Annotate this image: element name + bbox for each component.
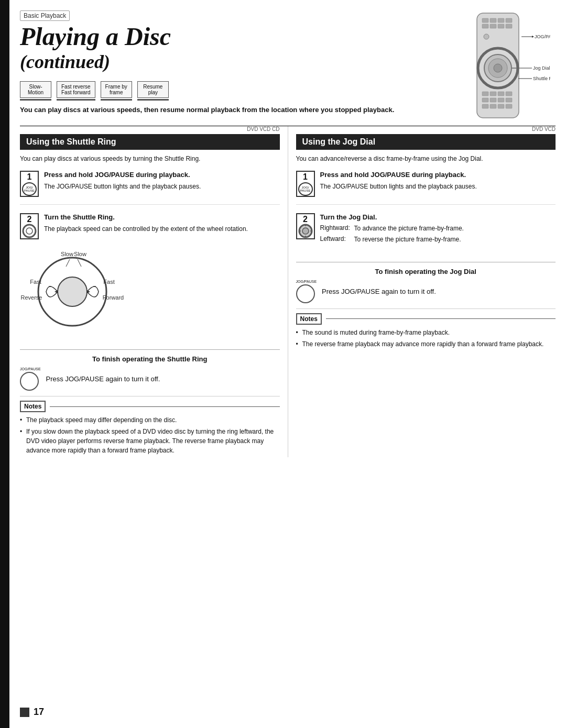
svg-rect-23 bbox=[498, 92, 504, 96]
svg-rect-3 bbox=[498, 18, 504, 23]
intro-text: You can play discs at various speeds, th… bbox=[20, 106, 435, 114]
shuttle-step1-text: The JOG/PAUSE button lights and the play… bbox=[44, 182, 280, 191]
svg-text:Fast: Fast bbox=[103, 279, 114, 285]
jog-dial-section: DVD VCD Using the Jog Dial You can advan… bbox=[288, 126, 556, 457]
shuttle-diagram-svg: Slow Slow Fast Fast Reverse Forward bbox=[20, 245, 125, 334]
main-content: Basic Playback Playing a Disc (continued… bbox=[9, 0, 566, 728]
svg-rect-24 bbox=[506, 92, 512, 96]
svg-text:Jog Dial: Jog Dial bbox=[533, 65, 550, 71]
svg-marker-38 bbox=[55, 290, 58, 293]
jog-step1-content: Press and hold JOG/PAUSE during playback… bbox=[320, 171, 556, 191]
svg-rect-26 bbox=[490, 98, 496, 102]
btn-slow-motion: Slow-Motion bbox=[20, 81, 51, 101]
shuttle-section-desc: You can play discs at various speeds by … bbox=[20, 154, 280, 163]
svg-line-45 bbox=[66, 259, 70, 267]
svg-rect-5 bbox=[482, 24, 488, 28]
rightward-desc: To advance the picture frame-by-frame. bbox=[354, 224, 556, 233]
jog-notes: Notes The sound is muted during frame-by… bbox=[296, 308, 556, 349]
leftward-label: Leftward: bbox=[320, 235, 354, 244]
svg-marker-37 bbox=[87, 290, 90, 293]
shuttle-notes: Notes The playback speed may differ depe… bbox=[20, 396, 280, 455]
breadcrumb: Basic Playback bbox=[20, 10, 70, 21]
jog-finish-icon bbox=[296, 284, 315, 303]
leftward-desc: To reverse the picture frame-by-frame. bbox=[354, 235, 556, 244]
jog-step1-number: 1 JOG/PAUSE bbox=[296, 171, 315, 197]
svg-rect-29 bbox=[482, 104, 488, 108]
svg-rect-31 bbox=[498, 104, 504, 108]
page-number: 17 bbox=[20, 707, 44, 718]
svg-rect-28 bbox=[506, 98, 512, 102]
svg-line-46 bbox=[78, 259, 81, 267]
svg-rect-1 bbox=[482, 18, 488, 23]
shuttle-notes-list: The playback speed may differ depending … bbox=[20, 415, 280, 455]
svg-rect-8 bbox=[506, 24, 512, 28]
jog-dial-icon bbox=[298, 224, 313, 238]
jog-dvd-label: DVD VCD bbox=[296, 126, 556, 132]
header-row: Basic Playback Playing a Disc (continued… bbox=[20, 10, 556, 126]
header-left: Basic Playback Playing a Disc (continued… bbox=[20, 10, 435, 118]
svg-rect-25 bbox=[482, 98, 488, 102]
jog-finish: To finish operating the Jog Dial JOG/PAU… bbox=[296, 262, 556, 303]
svg-rect-6 bbox=[490, 24, 496, 28]
jog-finish-text: Press JOG/PAUSE again to turn it off. bbox=[322, 288, 436, 295]
svg-point-34 bbox=[26, 228, 32, 234]
jog-step2: 2 Turn the Jog Dial. bbox=[296, 213, 556, 253]
shuttle-step2: 2 Turn the Shuttle Ring. The playback sp… bbox=[20, 213, 280, 341]
shuttle-finish-title: To finish operating the Shuttle Ring bbox=[20, 355, 280, 363]
jog-pause-icon-2: JOG/PAUSE bbox=[298, 182, 313, 196]
jog-notes-header: Notes bbox=[296, 313, 322, 325]
main-title: Playing a Disc bbox=[20, 23, 435, 51]
shuttle-step1-title: Press and hold JOG/PAUSE during playback… bbox=[44, 171, 280, 179]
jog-note-1: The sound is muted during frame-by-frame… bbox=[296, 328, 556, 337]
shuttle-dvd-label: DVD VCD CD bbox=[20, 126, 280, 132]
svg-point-50 bbox=[302, 228, 309, 234]
shuttle-finish: To finish operating the Shuttle Ring JOG… bbox=[20, 349, 280, 391]
jog-section-desc: You can advance/reverse a disc frame-by-… bbox=[296, 154, 556, 163]
svg-text:Slow: Slow bbox=[61, 251, 73, 257]
jog-dial-info: Rightward: To advance the picture frame-… bbox=[320, 224, 556, 244]
jog-step2-title: Turn the Jog Dial. bbox=[320, 213, 556, 221]
svg-text:JOG/PAUSE: JOG/PAUSE bbox=[535, 34, 550, 39]
shuttle-step1-number: 1 JOG/PAUSE bbox=[20, 171, 39, 197]
shuttle-step1: 1 JOG/PAUSE Press and hold JOG/PAUSE dur… bbox=[20, 171, 280, 205]
svg-rect-30 bbox=[490, 104, 496, 108]
jog-step1-text: The JOG/PAUSE button lights and the play… bbox=[320, 182, 556, 191]
shuttle-notes-header: Notes bbox=[20, 401, 46, 412]
svg-text:Shuttle Ring: Shuttle Ring bbox=[533, 76, 550, 81]
svg-text:Reverse: Reverse bbox=[21, 294, 42, 301]
shuttle-step2-text: The playback speed can be controlled by … bbox=[44, 224, 248, 234]
jog-step1-title: Press and hold JOG/PAUSE during playback… bbox=[320, 171, 556, 179]
btn-frame: Frame byframe bbox=[101, 81, 132, 101]
svg-marker-11 bbox=[532, 36, 534, 38]
shuttle-note-2: If you slow down the playback speed of a… bbox=[20, 427, 280, 455]
left-bar bbox=[0, 0, 9, 728]
two-column-section: DVD VCD CD Using the Shuttle Ring You ca… bbox=[20, 126, 556, 457]
svg-point-36 bbox=[58, 277, 87, 306]
svg-rect-4 bbox=[506, 18, 512, 23]
shuttle-step2-number: 2 bbox=[20, 213, 39, 239]
remote-svg: JOG/PAUSE Jog Dial Shuttle Ring bbox=[445, 10, 550, 126]
btn-resume: Resumeplay bbox=[137, 81, 169, 101]
svg-rect-22 bbox=[490, 92, 496, 96]
shuttle-note-1: The playback speed may differ depending … bbox=[20, 415, 280, 425]
shuttle-ring-icon bbox=[22, 224, 37, 238]
svg-rect-32 bbox=[506, 104, 512, 108]
svg-rect-27 bbox=[498, 98, 504, 102]
shuttle-step2-title: Turn the Shuttle Ring. bbox=[44, 213, 248, 221]
shuttle-step1-content: Press and hold JOG/PAUSE during playback… bbox=[44, 171, 280, 191]
jog-step2-number: 2 bbox=[296, 213, 315, 239]
remote-illustration: JOG/PAUSE Jog Dial Shuttle Ring bbox=[440, 10, 556, 126]
shuttle-finish-text: Press JOG/PAUSE again to turn it off. bbox=[46, 375, 160, 383]
page-container: Basic Playback Playing a Disc (continued… bbox=[0, 0, 566, 728]
btn-fast: Fast reverseFast forward bbox=[57, 81, 95, 101]
svg-point-33 bbox=[23, 225, 36, 237]
jog-pause-icon-1: JOG/PAUSE bbox=[22, 182, 37, 196]
shuttle-ring-section: DVD VCD CD Using the Shuttle Ring You ca… bbox=[20, 126, 288, 457]
svg-text:Slow: Slow bbox=[74, 251, 86, 257]
svg-rect-21 bbox=[482, 92, 488, 96]
rightward-label: Rightward: bbox=[320, 224, 354, 233]
shuttle-finish-icon bbox=[20, 372, 39, 391]
svg-point-9 bbox=[484, 34, 489, 39]
jog-finish-title: To finish operating the Jog Dial bbox=[296, 268, 556, 275]
sub-title: (continued) bbox=[20, 51, 435, 73]
